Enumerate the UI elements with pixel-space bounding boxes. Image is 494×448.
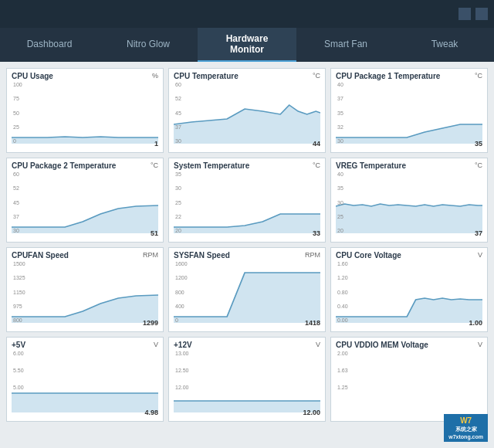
nav-tabs: Dashboard Nitro Glow HardwareMonitor Sma… bbox=[0, 28, 494, 62]
chart-area-1: 6052453730 bbox=[174, 82, 320, 144]
tab-hardware-monitor[interactable]: HardwareMonitor bbox=[198, 28, 296, 62]
chart-area-0: 1007550250 bbox=[12, 82, 158, 144]
chart-svg-7 bbox=[174, 261, 320, 323]
chart-area-8: 1.601.200.800.400.00 bbox=[336, 261, 482, 323]
card-unit-4: °C bbox=[313, 161, 320, 169]
svg-marker-3 bbox=[12, 205, 158, 233]
card-unit-5: °C bbox=[475, 161, 482, 169]
monitor-card-3: CPU Package 2 Temperature°C605245373051 bbox=[6, 158, 164, 243]
card-title-7: SYSFAN Speed bbox=[174, 251, 320, 260]
tab-nitro-glow[interactable]: Nitro Glow bbox=[99, 28, 198, 62]
chart-area-11: 2.001.631.25 bbox=[336, 351, 482, 412]
chart-area-9: 6.005.505.00 bbox=[12, 351, 158, 412]
card-title-3: CPU Package 2 Temperature bbox=[12, 161, 158, 170]
monitor-card-8: CPU Core VoltageV1.601.200.800.400.001.0… bbox=[330, 247, 488, 332]
card-title-6: CPUFAN Speed bbox=[12, 251, 158, 260]
close-button[interactable] bbox=[475, 8, 488, 20]
svg-marker-5 bbox=[336, 204, 482, 233]
svg-marker-2 bbox=[336, 124, 482, 144]
monitor-card-2: CPU Package 1 Temperature°C403735323035 bbox=[330, 68, 488, 153]
monitor-card-9: +5VV6.005.505.004.98 bbox=[6, 337, 164, 422]
card-title-9: +5V bbox=[12, 341, 158, 349]
card-unit-11: V bbox=[478, 341, 482, 348]
card-value-9: 4.98 bbox=[144, 409, 158, 416]
chart-area-3: 6052453730 bbox=[12, 171, 158, 233]
main-content: CPU Usage%10075502501CPU Temperature°C60… bbox=[0, 62, 494, 448]
monitor-card-6: CPUFAN SpeedRPM1500132511509758001299 bbox=[6, 247, 164, 332]
chart-svg-6 bbox=[12, 261, 158, 323]
chart-area-2: 4037353230 bbox=[336, 82, 482, 144]
monitor-grid: CPU Usage%10075502501CPU Temperature°C60… bbox=[6, 68, 488, 422]
svg-marker-6 bbox=[12, 295, 158, 323]
card-unit-1: °C bbox=[313, 72, 320, 80]
svg-marker-8 bbox=[336, 298, 482, 323]
monitor-card-1: CPU Temperature°C605245373044 bbox=[168, 68, 326, 153]
chart-svg-1 bbox=[174, 82, 320, 144]
card-value-0: 1 bbox=[154, 140, 158, 148]
card-title-10: +12V bbox=[174, 341, 320, 349]
chart-svg-5 bbox=[336, 171, 482, 233]
card-title-1: CPU Temperature bbox=[174, 72, 320, 80]
svg-marker-10 bbox=[174, 401, 320, 412]
watermark: W7系统之家w7xtong.com bbox=[444, 414, 488, 442]
title-bar bbox=[0, 0, 494, 28]
chart-area-10: 13.0012.5012.00 bbox=[174, 351, 320, 412]
chart-area-5: 4035302520 bbox=[336, 171, 482, 233]
monitor-card-7: SYSFAN SpeedRPM1600120080040001418 bbox=[168, 247, 326, 332]
chart-svg-4 bbox=[174, 171, 320, 233]
chart-svg-10 bbox=[174, 351, 320, 412]
chart-svg-9 bbox=[12, 351, 158, 412]
chart-svg-3 bbox=[12, 171, 158, 233]
card-value-5: 37 bbox=[475, 229, 482, 237]
window-controls bbox=[458, 8, 488, 20]
chart-svg-8 bbox=[336, 261, 482, 323]
card-unit-6: RPM bbox=[143, 251, 158, 259]
svg-marker-9 bbox=[12, 393, 158, 412]
monitor-card-11: CPU VDDIO MEM VoltageV2.001.631.25 bbox=[330, 337, 488, 422]
card-value-4: 33 bbox=[313, 229, 320, 237]
chart-area-6: 150013251150975800 bbox=[12, 261, 158, 323]
card-value-10: 12.00 bbox=[303, 409, 320, 416]
card-title-2: CPU Package 1 Temperature bbox=[336, 72, 482, 80]
card-unit-9: V bbox=[154, 341, 158, 348]
chart-svg-11 bbox=[336, 351, 482, 412]
svg-marker-4 bbox=[174, 214, 320, 233]
monitor-card-4: System Temperature°C353025222033 bbox=[168, 158, 326, 243]
card-value-2: 35 bbox=[475, 140, 482, 148]
card-title-5: VREG Temperature bbox=[336, 161, 482, 170]
tab-smart-fan[interactable]: Smart Fan bbox=[296, 28, 395, 62]
card-title-11: CPU VDDIO MEM Voltage bbox=[336, 341, 482, 349]
card-unit-7: RPM bbox=[305, 251, 320, 259]
chart-svg-0 bbox=[12, 82, 158, 144]
chart-area-4: 3530252220 bbox=[174, 171, 320, 233]
monitor-card-5: VREG Temperature°C403530252037 bbox=[330, 158, 488, 243]
card-value-1: 44 bbox=[313, 140, 320, 148]
monitor-card-10: +12VV13.0012.5012.0012.00 bbox=[168, 337, 326, 422]
card-unit-8: V bbox=[478, 251, 482, 259]
card-value-6: 1299 bbox=[143, 319, 158, 327]
card-title-4: System Temperature bbox=[174, 161, 320, 170]
minimize-button[interactable] bbox=[458, 8, 471, 20]
tab-tweak[interactable]: Tweak bbox=[395, 28, 494, 62]
card-unit-2: °C bbox=[475, 72, 482, 80]
card-unit-10: V bbox=[316, 341, 320, 348]
card-unit-0: % bbox=[152, 72, 158, 80]
chart-area-7: 160012008004000 bbox=[174, 261, 320, 323]
card-value-7: 1418 bbox=[305, 319, 320, 327]
svg-marker-7 bbox=[174, 273, 320, 323]
card-title-8: CPU Core Voltage bbox=[336, 251, 482, 260]
card-title-0: CPU Usage bbox=[12, 72, 158, 80]
chart-svg-2 bbox=[336, 82, 482, 144]
card-unit-3: °C bbox=[151, 161, 158, 169]
monitor-card-0: CPU Usage%10075502501 bbox=[6, 68, 164, 153]
card-value-3: 51 bbox=[151, 229, 158, 237]
tab-dashboard[interactable]: Dashboard bbox=[0, 28, 99, 62]
card-value-8: 1.00 bbox=[469, 319, 482, 327]
